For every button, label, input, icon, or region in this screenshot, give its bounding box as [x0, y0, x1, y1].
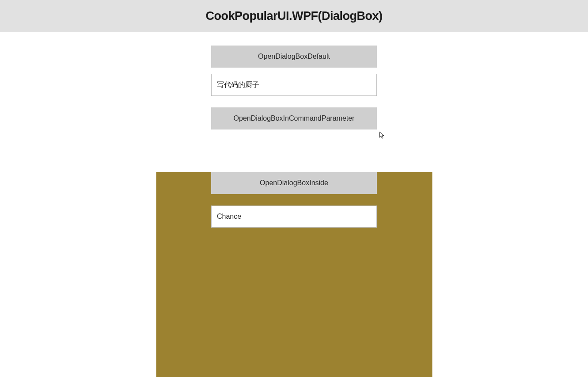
input-2[interactable]: [211, 206, 377, 228]
header: CookPopularUI.WPF(DialogBox): [0, 0, 588, 32]
open-dialog-default-button[interactable]: OpenDialogBoxDefault: [211, 46, 377, 68]
content: OpenDialogBoxDefault OpenDialogBoxInComm…: [0, 32, 588, 129]
cursor-icon: [379, 131, 385, 141]
input-1[interactable]: [211, 74, 377, 96]
lower-section: OpenDialogBoxInside: [0, 172, 588, 228]
open-dialog-command-parameter-button[interactable]: OpenDialogBoxInCommandParameter: [211, 107, 377, 129]
page-title: CookPopularUI.WPF(DialogBox): [206, 9, 383, 23]
upper-section: OpenDialogBoxDefault OpenDialogBoxInComm…: [0, 32, 588, 129]
open-dialog-inside-button[interactable]: OpenDialogBoxInside: [211, 172, 377, 194]
